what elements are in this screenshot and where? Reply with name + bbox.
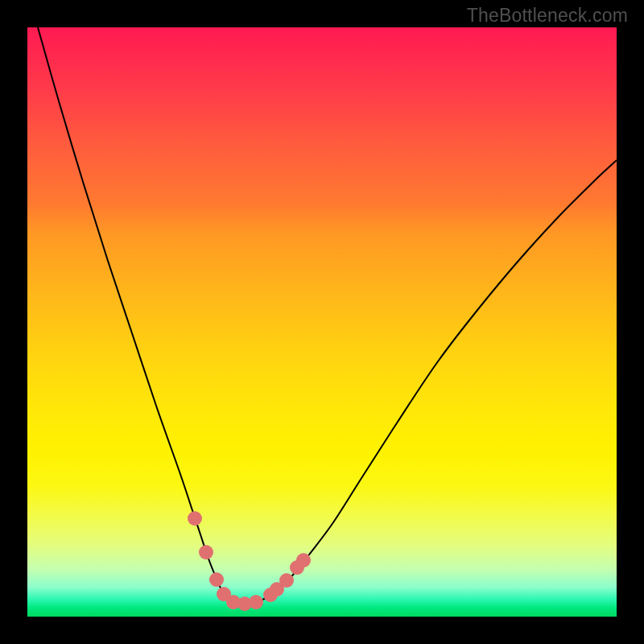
watermark-text: TheBottleneck.com (467, 5, 628, 27)
marker-dots-group (188, 511, 311, 611)
marker-dot (199, 545, 213, 559)
chart-frame: TheBottleneck.com (0, 0, 644, 644)
marker-dot (249, 595, 263, 609)
marker-dot (209, 572, 224, 587)
marker-dot (188, 511, 202, 526)
plot-area (27, 27, 617, 617)
curve-layer (27, 27, 617, 617)
marker-dot (296, 553, 311, 568)
marker-dot (279, 573, 294, 588)
bottleneck-curve (38, 27, 617, 605)
